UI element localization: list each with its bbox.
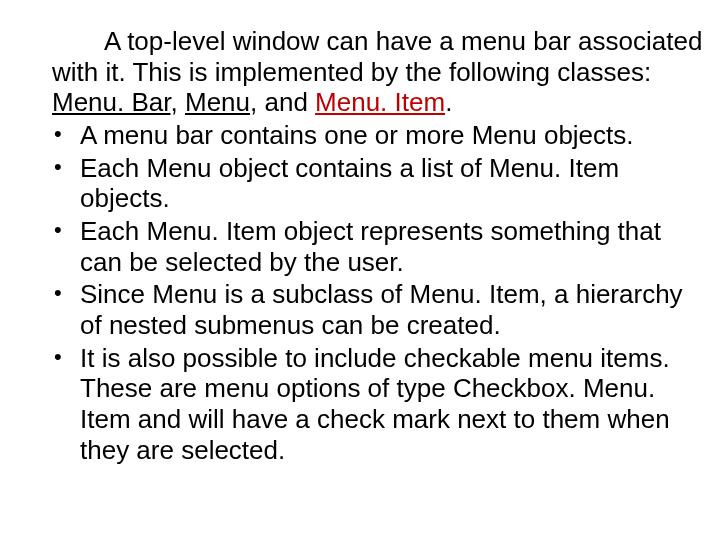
intro-pre: A top-level window can have a menu bar a… xyxy=(52,26,702,87)
bullet-text: A menu bar contains one or more Menu obj… xyxy=(80,120,634,150)
list-item: A menu bar contains one or more Menu obj… xyxy=(52,120,704,151)
list-item: Since Menu is a subclass of Menu. Item, … xyxy=(52,279,704,340)
class-menu: Menu xyxy=(185,87,250,117)
bullet-list: A menu bar contains one or more Menu obj… xyxy=(52,120,704,465)
class-menuitem: Menu. Item xyxy=(315,87,445,117)
list-item: Each Menu. Item object represents someth… xyxy=(52,216,704,277)
bullet-text: Since Menu is a subclass of Menu. Item, … xyxy=(80,279,683,340)
class-menubar: Menu. Bar xyxy=(52,87,171,117)
intro-paragraph: A top-level window can have a menu bar a… xyxy=(52,26,704,118)
intro-sep1: , xyxy=(171,87,185,117)
list-item: It is also possible to include checkable… xyxy=(52,343,704,466)
intro-post: . xyxy=(445,87,452,117)
slide-body: A top-level window can have a menu bar a… xyxy=(0,0,720,487)
bullet-text: It is also possible to include checkable… xyxy=(80,343,670,465)
intro-sep2: , and xyxy=(250,87,315,117)
list-item: Each Menu object contains a list of Menu… xyxy=(52,153,704,214)
bullet-text: Each Menu object contains a list of Menu… xyxy=(80,153,619,214)
bullet-text: Each Menu. Item object represents someth… xyxy=(80,216,661,277)
